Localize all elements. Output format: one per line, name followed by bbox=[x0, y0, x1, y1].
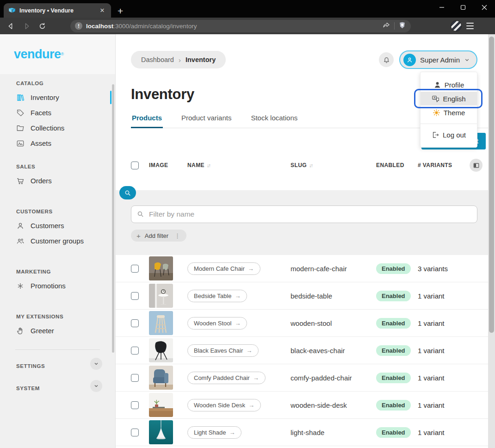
sort-icon[interactable]: ↓↑ bbox=[309, 162, 312, 168]
browser-menu-icon[interactable] bbox=[466, 23, 474, 30]
product-name-link[interactable]: Light Shade→ bbox=[187, 426, 241, 439]
user-menu-button[interactable]: Super Admin bbox=[399, 50, 477, 69]
new-tab-button[interactable]: + bbox=[118, 6, 123, 16]
row-checkbox[interactable] bbox=[131, 319, 139, 327]
library-icon bbox=[16, 93, 25, 102]
menu-item-logout[interactable]: Log out bbox=[421, 128, 477, 142]
sidebar-item-label: Greeter bbox=[31, 327, 54, 335]
breadcrumb-dashboard[interactable]: Dashboard bbox=[141, 56, 174, 63]
tab-close-icon[interactable]: ✕ bbox=[98, 6, 106, 15]
breadcrumb-inventory[interactable]: Inventory bbox=[186, 56, 216, 63]
sidebar-item-label: Promotions bbox=[31, 282, 66, 290]
users-icon bbox=[16, 237, 25, 245]
select-all-checkbox[interactable] bbox=[131, 162, 139, 169]
product-name-link[interactable]: Wooden Stool→ bbox=[187, 317, 247, 330]
product-thumbnail bbox=[149, 420, 173, 444]
page-scrollbar[interactable] bbox=[488, 34, 495, 448]
status-badge: Enabled bbox=[376, 427, 411, 438]
product-name-link[interactable]: Bedside Table→ bbox=[187, 290, 247, 302]
sidebar-item-collections[interactable]: Collections bbox=[0, 120, 115, 136]
product-thumbnail bbox=[149, 284, 173, 308]
browser-window: Inventory • Vendure ✕ + ! localhost:3000… bbox=[0, 0, 495, 448]
menu-item-theme[interactable]: Theme bbox=[421, 106, 477, 119]
section-title-my-extensions: MY EXTENSIONS bbox=[0, 314, 115, 319]
window-controls bbox=[431, 0, 495, 15]
search-toggle-button[interactable] bbox=[119, 186, 136, 199]
sidebar-item-facets[interactable]: Facets bbox=[0, 105, 115, 120]
filter-by-name-input[interactable] bbox=[131, 205, 477, 223]
table-row[interactable]: Light Shade→ light-shade Enabled 1 varia… bbox=[116, 419, 488, 446]
product-name-link[interactable]: Black Eaves Chair→ bbox=[187, 344, 259, 357]
tab-product-variants[interactable]: Product variants bbox=[180, 112, 232, 128]
browser-profile-avatar[interactable] bbox=[451, 20, 462, 31]
user-icon bbox=[16, 222, 25, 230]
variants-count: 1 variant bbox=[418, 319, 470, 327]
product-slug: black-eaves-chair bbox=[291, 347, 376, 355]
language-icon: A bbox=[432, 95, 439, 103]
image-icon bbox=[16, 139, 25, 148]
variants-count: 1 variant bbox=[418, 429, 470, 436]
notifications-button[interactable] bbox=[379, 52, 394, 67]
row-checkbox[interactable] bbox=[131, 374, 139, 382]
browser-tab[interactable]: Inventory • Vendure ✕ bbox=[4, 3, 111, 18]
url-bar[interactable]: ! localhost:3000/admin/catalog/inventory bbox=[70, 20, 411, 32]
site-info-icon[interactable]: ! bbox=[75, 22, 82, 30]
table-row[interactable]: Black Eaves Chair→ black-eaves-chair Ena… bbox=[116, 337, 488, 364]
row-checkbox[interactable] bbox=[131, 347, 139, 355]
table-row[interactable]: Modern Cafe Chair→ modern-cafe-chair Ena… bbox=[116, 255, 488, 282]
table-row[interactable]: Comfy Padded Chair→ comfy-padded-chair E… bbox=[116, 364, 488, 392]
sort-icon[interactable]: ↓↑ bbox=[207, 162, 210, 168]
product-thumbnail bbox=[149, 338, 173, 362]
sidebar-divider bbox=[15, 349, 100, 350]
tab-stock-locations[interactable]: Stock locations bbox=[250, 112, 298, 128]
section-title-customers: CUSTOMERS bbox=[0, 209, 115, 214]
vendure-logo[interactable]: vendure® bbox=[0, 34, 115, 74]
sidebar-section-system[interactable]: SYSTEM bbox=[0, 377, 115, 395]
brave-shield-icon[interactable] bbox=[398, 21, 406, 31]
column-header-slug[interactable]: SLUG↓↑ bbox=[291, 162, 376, 168]
column-header-name[interactable]: NAME↓↑ bbox=[187, 162, 291, 168]
row-checkbox[interactable] bbox=[131, 429, 139, 436]
maximize-button[interactable] bbox=[452, 0, 474, 15]
scrollbar-thumb[interactable] bbox=[489, 37, 494, 333]
sidebar-item-assets[interactable]: Assets bbox=[0, 136, 115, 151]
add-filter-button[interactable]: + Add filter ⋮ bbox=[131, 230, 186, 242]
tab-products[interactable]: Products bbox=[131, 112, 163, 128]
product-name-link[interactable]: Wooden Side Desk→ bbox=[187, 399, 261, 411]
product-slug: modern-cafe-chair bbox=[291, 265, 376, 273]
reload-button[interactable] bbox=[34, 19, 50, 32]
sidebar-item-orders[interactable]: Orders bbox=[0, 173, 115, 188]
row-checkbox[interactable] bbox=[131, 292, 139, 300]
table-row[interactable]: Wooden Side Desk→ wooden-side-desk Enabl… bbox=[116, 392, 488, 419]
product-name-link[interactable]: Modern Cafe Chair→ bbox=[187, 262, 260, 275]
row-checkbox[interactable] bbox=[131, 401, 139, 409]
tab-title: Inventory • Vendure bbox=[19, 7, 94, 14]
kebab-menu-icon[interactable]: ⋮ bbox=[174, 232, 181, 239]
sidebar-section-settings[interactable]: SETTINGS bbox=[0, 355, 115, 373]
close-button[interactable] bbox=[474, 0, 495, 15]
menu-item-profile[interactable]: Profile bbox=[421, 78, 477, 92]
share-icon[interactable] bbox=[383, 21, 390, 31]
browser-toolbar: ! localhost:3000/admin/catalog/inventory bbox=[0, 18, 495, 34]
sidebar-item-inventory[interactable]: Inventory bbox=[0, 90, 115, 105]
sidebar-item-customer-groups[interactable]: Customer groups bbox=[0, 233, 115, 249]
table-row[interactable]: Bedside Table→ bedside-table Enabled 1 v… bbox=[116, 282, 488, 310]
sidebar-item-customers[interactable]: Customers bbox=[0, 218, 115, 233]
back-button[interactable] bbox=[3, 19, 19, 32]
table-row[interactable]: Wooden Stool→ wooden-stool Enabled 1 var… bbox=[116, 310, 488, 337]
row-checkbox[interactable] bbox=[131, 265, 139, 273]
status-badge: Enabled bbox=[376, 291, 411, 301]
search-icon bbox=[136, 210, 144, 220]
menu-item-language[interactable]: A English bbox=[421, 92, 477, 106]
sidebar-item-greeter[interactable]: Greeter bbox=[0, 323, 115, 338]
chevron-down-icon[interactable] bbox=[90, 380, 102, 392]
forward-button[interactable] bbox=[19, 19, 34, 32]
column-settings-button[interactable] bbox=[470, 159, 483, 172]
sidebar-item-promotions[interactable]: Promotions bbox=[0, 278, 115, 293]
search-icon bbox=[124, 189, 131, 197]
product-name-link[interactable]: Comfy Padded Chair→ bbox=[187, 372, 266, 384]
folder-icon bbox=[16, 124, 25, 132]
chevron-down-icon[interactable] bbox=[90, 358, 102, 370]
minimize-button[interactable] bbox=[431, 0, 452, 15]
sidebar-scrollbar[interactable] bbox=[112, 84, 114, 353]
